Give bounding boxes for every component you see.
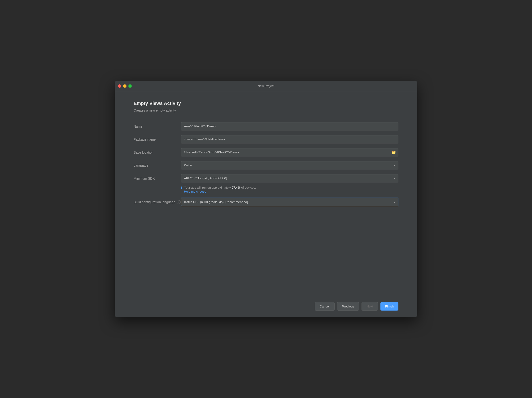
form: Name Package name Save location 📁 (133, 120, 399, 209)
language-select-wrap: Kotlin Java ▼ (181, 161, 399, 169)
package-name-label: Package name (133, 134, 181, 145)
page-subtitle: Creates a new empty activity (133, 108, 399, 112)
language-control: Kotlin Java ▼ (181, 159, 399, 172)
sdk-info-suffix: of devices. (241, 186, 256, 189)
page-title: Empty Views Activity (133, 101, 399, 106)
sdk-info-content: Your app will run on approximately 97.4%… (184, 186, 256, 193)
footer: Cancel Previous Next Finish (115, 298, 417, 317)
package-name-control (181, 133, 399, 146)
title-bar: New Project (115, 81, 417, 91)
sdk-info-prefix: Your app will run on approximately (184, 186, 232, 189)
new-project-window: New Project Empty Views Activity Creates… (115, 81, 417, 317)
cancel-button[interactable]: Cancel (315, 302, 335, 311)
package-name-input[interactable] (181, 135, 399, 143)
build-config-select-wrap: Kotlin DSL (build.gradle.kts) [Recommend… (181, 198, 399, 206)
finish-button[interactable]: Finish (380, 302, 399, 311)
sdk-info-main: Your app will run on approximately 97.4%… (184, 186, 256, 189)
previous-button[interactable]: Previous (337, 302, 359, 311)
save-location-label: Save location (133, 147, 181, 158)
sdk-info-percentage: 97.4% (232, 186, 241, 189)
build-config-label-text: Build configuration language (133, 200, 175, 204)
window-title: New Project (258, 84, 274, 88)
sdk-info-text: ℹ Your app will run on approximately 97.… (181, 186, 399, 193)
min-sdk-select[interactable]: API 21 ("Lollipop"; Android 5.0) API 22 … (181, 174, 399, 182)
name-control (181, 120, 399, 133)
help-me-choose-link[interactable]: Help me choose (184, 190, 256, 193)
help-circle-icon[interactable]: ? (177, 200, 181, 204)
sdk-info-row: ℹ Your app will run on approximately 97.… (133, 185, 399, 195)
language-select[interactable]: Kotlin Java (181, 161, 399, 169)
name-input[interactable] (181, 122, 399, 131)
build-config-control: Kotlin DSL (build.gradle.kts) [Recommend… (181, 195, 399, 209)
min-sdk-select-wrap: API 21 ("Lollipop"; Android 5.0) API 22 … (181, 174, 399, 182)
name-label: Name (133, 121, 181, 132)
build-config-select[interactable]: Kotlin DSL (build.gradle.kts) [Recommend… (181, 198, 399, 206)
traffic-lights (118, 84, 132, 88)
maximize-button[interactable] (128, 84, 132, 88)
build-config-label: Build configuration language ? (133, 196, 181, 208)
save-location-control: 📁 (181, 146, 399, 159)
info-icon: ℹ (181, 186, 182, 190)
next-button: Next (361, 302, 378, 311)
save-location-input[interactable] (181, 148, 399, 156)
label-with-help: Build configuration language ? (133, 200, 181, 204)
language-label: Language (133, 160, 181, 171)
min-sdk-control: API 21 ("Lollipop"; Android 5.0) API 22 … (181, 172, 399, 185)
minimize-button[interactable] (123, 84, 127, 88)
location-wrap: 📁 (181, 148, 399, 156)
folder-icon[interactable]: 📁 (391, 150, 396, 155)
close-button[interactable] (118, 84, 121, 88)
min-sdk-label: Minimum SDK (133, 173, 181, 184)
content-area: Empty Views Activity Creates a new empty… (115, 91, 417, 298)
